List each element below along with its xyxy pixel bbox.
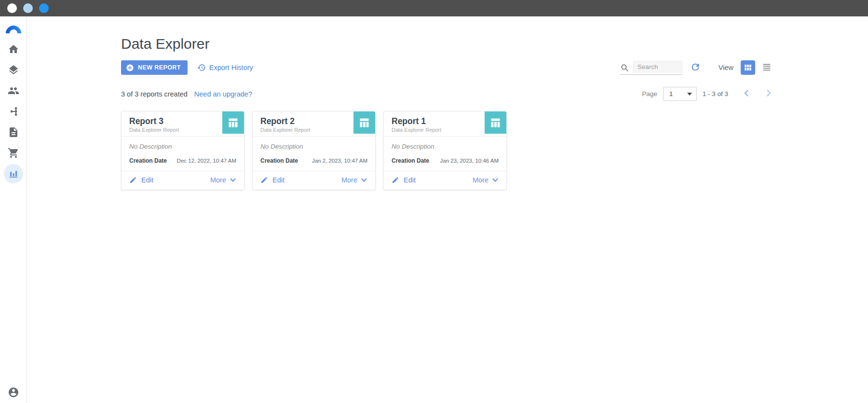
table-chart-icon <box>358 116 371 129</box>
report-card: Report 3 Data Explorer Report No Descrip… <box>121 111 244 190</box>
main-content: Data Explorer NEW REPORT Export History <box>27 16 868 403</box>
creation-date-label: Creation Date <box>260 157 298 164</box>
export-history-link[interactable]: Export History <box>197 63 253 72</box>
layers-icon <box>8 64 19 76</box>
plus-circle-icon <box>126 64 134 72</box>
list-view-button[interactable] <box>761 62 773 73</box>
card-header: Report 2 Data Explorer Report <box>253 111 375 137</box>
card-body: No Description Creation Date Dec 12, 202… <box>122 137 244 171</box>
new-report-button[interactable]: NEW REPORT <box>121 60 188 75</box>
sidebar <box>0 16 27 403</box>
new-report-label: NEW REPORT <box>138 64 181 71</box>
account-icon <box>8 387 19 398</box>
more-label: More <box>210 176 226 184</box>
card-footer: Edit More <box>122 171 244 190</box>
search-icon <box>620 63 630 73</box>
list-view-icon <box>761 62 772 72</box>
upgrade-link[interactable]: Need an upgrade? <box>194 90 252 98</box>
card-body: No Description Creation Date Jan 2, 2023… <box>253 137 375 171</box>
page-label: Page <box>642 90 657 97</box>
sidebar-item-account[interactable] <box>4 387 23 398</box>
cart-icon <box>8 147 19 159</box>
report-description: No Description <box>129 143 236 150</box>
search-box <box>620 61 682 75</box>
actions-right: View <box>620 60 773 75</box>
chevron-down-icon <box>361 177 367 183</box>
reports-created-text: 3 of 3 reports created <box>121 90 188 98</box>
sidebar-item-data-explorer[interactable] <box>4 164 23 183</box>
creation-date-value: Jan 23, 2023, 10:46 AM <box>440 158 499 164</box>
chevron-left-icon <box>743 89 750 97</box>
page-select[interactable]: 1 <box>663 87 697 101</box>
edit-button[interactable]: Edit <box>129 176 153 184</box>
creation-date-row: Creation Date Jan 2, 2023, 10:47 AM <box>260 157 367 164</box>
report-title: Report 2 <box>260 117 348 126</box>
sidebar-nav <box>4 43 23 180</box>
edit-label: Edit <box>272 176 285 184</box>
table-chart-icon <box>227 116 240 129</box>
creation-date-value: Dec 12, 2022, 10:47 AM <box>177 158 236 164</box>
window-dot-white[interactable] <box>7 3 17 13</box>
report-type-badge <box>222 111 244 134</box>
sidebar-item-pipeline[interactable] <box>4 106 23 117</box>
sidebar-item-cart[interactable] <box>4 147 23 159</box>
table-chart-icon <box>489 116 502 129</box>
window-dot-blue[interactable] <box>39 3 49 13</box>
card-header: Report 3 Data Explorer Report <box>122 111 244 137</box>
report-type: Data Explorer Report <box>129 127 217 133</box>
more-button[interactable]: More <box>210 176 236 184</box>
chevron-right-icon <box>765 89 773 97</box>
grid-view-button[interactable] <box>741 60 755 75</box>
next-page-button[interactable] <box>765 89 773 98</box>
card-header: Report 1 Data Explorer Report <box>384 111 506 137</box>
sidebar-item-document[interactable] <box>4 126 23 138</box>
pagination: Page 1 1 - 3 of 3 <box>642 87 773 101</box>
report-description: No Description <box>260 143 367 150</box>
refresh-button[interactable] <box>690 62 701 73</box>
bar-chart-icon <box>8 168 19 180</box>
creation-date-row: Creation Date Dec 12, 2022, 10:47 AM <box>129 157 236 164</box>
actions-row: NEW REPORT Export History View <box>27 60 868 75</box>
refresh-icon <box>690 62 701 72</box>
page-select-value: 1 <box>669 90 673 97</box>
prev-page-button[interactable] <box>743 89 750 98</box>
creation-date-label: Creation Date <box>129 157 167 164</box>
report-title: Report 1 <box>392 117 479 126</box>
creation-date-row: Creation Date Jan 23, 2023, 10:46 AM <box>392 157 499 164</box>
more-button[interactable]: More <box>473 176 499 184</box>
edit-button[interactable]: Edit <box>392 176 416 184</box>
more-label: More <box>341 176 357 184</box>
pencil-icon <box>260 176 268 184</box>
edit-label: Edit <box>141 176 153 184</box>
card-body: No Description Creation Date Jan 23, 202… <box>384 137 506 171</box>
creation-date-label: Creation Date <box>392 157 429 164</box>
more-label: More <box>473 176 488 184</box>
sidebar-item-people[interactable] <box>4 85 23 97</box>
window-titlebar <box>0 0 868 16</box>
edit-button[interactable]: Edit <box>260 176 285 184</box>
pencil-icon <box>392 176 399 184</box>
report-type: Data Explorer Report <box>392 127 479 133</box>
export-history-label: Export History <box>209 64 253 71</box>
chevron-down-icon <box>492 177 499 183</box>
window-dot-lightblue[interactable] <box>23 3 33 13</box>
app-logo-icon[interactable] <box>5 24 22 35</box>
sidebar-item-home[interactable] <box>4 43 23 55</box>
caret-down-icon <box>687 93 692 96</box>
more-button[interactable]: More <box>341 176 367 184</box>
home-icon <box>8 43 19 55</box>
chevron-down-icon <box>230 177 236 183</box>
pipeline-icon <box>8 106 19 117</box>
card-footer: Edit More <box>384 171 506 190</box>
report-card: Report 2 Data Explorer Report No Descrip… <box>252 111 376 190</box>
report-type-badge <box>353 111 375 134</box>
report-description: No Description <box>392 143 499 150</box>
creation-date-value: Jan 2, 2023, 10:47 AM <box>312 158 367 164</box>
report-card-grid: Report 3 Data Explorer Report No Descrip… <box>27 111 868 190</box>
sidebar-item-layers[interactable] <box>4 64 23 76</box>
document-icon <box>8 126 19 138</box>
actions-left: NEW REPORT Export History <box>121 60 253 75</box>
view-label: View <box>719 64 733 71</box>
search-input[interactable] <box>633 61 682 73</box>
pencil-icon <box>129 176 137 184</box>
